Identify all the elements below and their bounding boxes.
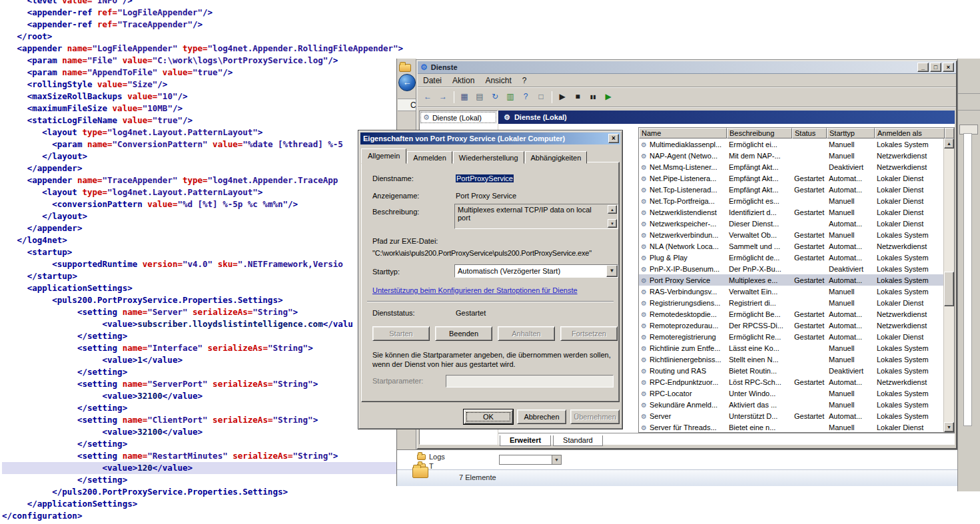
show-console-tree-icon[interactable]: ▦ bbox=[457, 90, 472, 105]
service-cell: Sammelt und ... bbox=[727, 242, 792, 250]
back-button[interactable]: ← bbox=[398, 74, 416, 91]
service-row[interactable]: ⚙RemoteregistrierungErmöglicht Re...Gest… bbox=[639, 331, 943, 342]
beschreibung-box[interactable]: Multiplexes external TCP/IP data on loca… bbox=[454, 204, 618, 229]
background-window-edge bbox=[957, 59, 980, 491]
service-cell: ⚙Server für Threads... bbox=[639, 423, 727, 431]
abbrechen-button[interactable]: Abbrechen bbox=[517, 409, 566, 424]
start-service-icon[interactable]: ▶ bbox=[555, 90, 570, 105]
help-icon[interactable]: ? bbox=[518, 90, 533, 105]
service-icon: ⚙ bbox=[641, 300, 647, 307]
service-row[interactable]: ⚙NetzwerklistendienstIdentifiziert d...G… bbox=[639, 206, 943, 218]
dienststatus-label: Dienststatus: bbox=[372, 309, 415, 317]
service-row[interactable]: ⚙NAP-Agent (Netwo...Mit dem NAP-...Manue… bbox=[639, 150, 943, 161]
service-row[interactable]: ⚙Netzwerkverbindun...Verwaltet Ob...Gest… bbox=[639, 229, 943, 240]
service-row[interactable]: ⚙Richtlinie zum Entfe...Lässt eine Ko...… bbox=[639, 342, 943, 354]
column-header-anmelden-als[interactable]: Anmelden als bbox=[875, 128, 945, 138]
service-row[interactable]: ⚙RPC-LocatorUnter Windo...ManuellLokales… bbox=[639, 388, 943, 399]
export-list-icon[interactable]: ▥ bbox=[503, 90, 518, 105]
scroll-up-icon[interactable]: ▲ bbox=[608, 205, 617, 214]
column-header-beschreibung[interactable]: Beschreibung bbox=[727, 128, 792, 138]
service-row[interactable]: ⚙PnP-X-IP-Busenum...Der PnP-X-Bu...Deakt… bbox=[639, 263, 943, 274]
column-header-status[interactable]: Status bbox=[792, 128, 827, 138]
service-cell: Gestartet bbox=[792, 242, 827, 250]
vertical-scrollbar[interactable]: ▲ ▼ bbox=[943, 138, 954, 432]
service-cell: Gestartet bbox=[792, 231, 827, 239]
view-tab-standard[interactable]: Standard bbox=[553, 435, 603, 446]
new-window-icon[interactable]: □ bbox=[534, 90, 548, 105]
folder-icon bbox=[399, 64, 411, 72]
pause-service-icon[interactable]: ▮▮ bbox=[586, 90, 600, 105]
maximize-button[interactable]: □ bbox=[930, 63, 941, 72]
menu-item-[interactable]: ? bbox=[517, 75, 532, 87]
back-icon[interactable]: ← bbox=[420, 90, 435, 105]
menu-item-datei[interactable]: Datei bbox=[418, 75, 447, 87]
file-item[interactable]: Logs bbox=[417, 453, 445, 462]
service-cell: Gestartet bbox=[792, 310, 827, 318]
service-row[interactable]: ⚙Remoteprozedurau...Der RPCSS-Di...Gesta… bbox=[639, 320, 943, 331]
startoptions-help-link[interactable]: Unterstützung beim Konfigurieren der Sta… bbox=[372, 286, 578, 294]
service-cell: Netzwerkdienst bbox=[875, 310, 943, 318]
service-cell: Automat... bbox=[827, 322, 875, 330]
ok-button[interactable]: OK bbox=[464, 409, 513, 424]
tree-item-dienste-lokal[interactable]: ⚙ Dienste (Lokal) bbox=[421, 113, 496, 123]
tab-allgemein[interactable]: Allgemein bbox=[361, 148, 406, 164]
service-row[interactable]: ⚙Net.Tcp-Portfreiga...Ermöglicht es...Ma… bbox=[639, 195, 943, 206]
restart-service-icon[interactable]: ▶ bbox=[601, 90, 616, 105]
service-name: Server bbox=[650, 412, 671, 420]
service-row[interactable]: ⚙Multimediaklassenpl...Ermöglicht ei...M… bbox=[639, 138, 943, 150]
service-name: Sekundäre Anmeld... bbox=[650, 401, 718, 409]
column-header-name[interactable]: Name bbox=[639, 128, 727, 138]
service-row[interactable]: ⚙Net.Tcp-Listenerad...Empfängt Akt...Ges… bbox=[639, 184, 943, 195]
close-button[interactable]: × bbox=[943, 63, 954, 72]
service-row[interactable]: ⚙NLA (Network Loca...Sammelt und ...Gest… bbox=[639, 240, 943, 252]
tab-wiederherstellung[interactable]: Wiederherstellung bbox=[453, 151, 524, 164]
stop-service-icon[interactable]: ■ bbox=[570, 90, 585, 105]
view-tab-erweitert[interactable]: Erweitert bbox=[500, 435, 551, 446]
refresh-icon[interactable]: ↻ bbox=[488, 90, 502, 105]
menu-item-ansicht[interactable]: Ansicht bbox=[480, 75, 516, 87]
service-cell: Lokaler Dienst bbox=[875, 197, 943, 205]
tab-abhngigkeiten[interactable]: Abhängigkeiten bbox=[525, 151, 588, 164]
scrollbar-thumb[interactable] bbox=[944, 272, 954, 306]
service-cell: Lässt eine Ko... bbox=[727, 344, 792, 352]
scroll-up-icon[interactable]: ▲ bbox=[944, 138, 954, 148]
service-cell: Lokaler Dienst bbox=[875, 186, 943, 194]
service-row[interactable]: ⚙Richtlinienergebniss...Stellt einen N..… bbox=[639, 354, 943, 365]
close-icon[interactable]: × bbox=[608, 134, 619, 143]
minimize-button[interactable]: _ bbox=[917, 63, 929, 72]
scroll-down-icon[interactable]: ▼ bbox=[608, 219, 617, 228]
scroll-down-icon[interactable]: ▼ bbox=[944, 422, 954, 432]
service-cell: Unter Windo... bbox=[727, 390, 792, 397]
starttyp-select[interactable]: Automatisch (Verzögerter Start) ▼ bbox=[454, 264, 618, 278]
service-row[interactable]: ⚙Port Proxy ServiceMultiplexes e...Gesta… bbox=[639, 274, 943, 286]
service-row[interactable]: ⚙Remotedesktopdie...Ermöglicht Be...Gest… bbox=[639, 308, 943, 320]
service-row[interactable]: ⚙Sekundäre Anmeld...Aktiviert das ...Man… bbox=[639, 399, 943, 410]
startparameter-input[interactable] bbox=[446, 375, 614, 388]
dialog-title-bar[interactable]: Eigenschaften von Port Proxy Service (Lo… bbox=[360, 132, 620, 144]
service-row[interactable]: ⚙Plug & PlayErmöglicht de...GestartetAut… bbox=[639, 252, 943, 263]
service-cell: Automat... bbox=[827, 254, 875, 262]
service-cell: ⚙Net.Tcp-Portfreiga... bbox=[639, 197, 727, 205]
service-row[interactable]: ⚙RPC-Endpunktzuor...Löst RPC-Sch...Gesta… bbox=[639, 376, 943, 388]
services-icon: ⚙ bbox=[423, 113, 430, 122]
service-row[interactable]: ⚙Net.Pipe-Listenera...Empfängt Akt...Ges… bbox=[639, 172, 943, 184]
service-row[interactable]: ⚙Netzwerkspeicher-...Dieser Dienst...Aut… bbox=[639, 218, 943, 229]
explorer-dropdown[interactable]: ▼ bbox=[499, 455, 562, 465]
beenden-button[interactable]: Beenden bbox=[435, 326, 492, 341]
properties-icon[interactable]: ▤ bbox=[472, 90, 487, 105]
menu-item-aktion[interactable]: Aktion bbox=[447, 75, 480, 87]
service-row[interactable]: ⚙Registrierungsdiens...Registriert di...… bbox=[639, 297, 943, 308]
service-icon: ⚙ bbox=[641, 164, 647, 171]
service-row[interactable]: ⚙ServerUnterstützt D...GestartetAutomat.… bbox=[639, 410, 943, 421]
tab-anmelden[interactable]: Anmelden bbox=[407, 151, 452, 164]
service-icon: ⚙ bbox=[641, 345, 647, 352]
chevron-down-icon[interactable]: ▼ bbox=[606, 265, 618, 277]
title-bar[interactable]: ⚙ Dienste _□× bbox=[418, 61, 956, 74]
column-header-starttyp[interactable]: Starttyp bbox=[827, 128, 875, 138]
chevron-down-icon[interactable]: ▼ bbox=[552, 455, 561, 464]
service-row[interactable]: ⚙Net.Msmq-Listener...Empfängt Akt...Deak… bbox=[639, 161, 943, 172]
service-row[interactable]: ⚙Routing und RASBietet Routin...Deaktivi… bbox=[639, 365, 943, 376]
service-row[interactable]: ⚙Server für Threads...Bietet eine n...Ma… bbox=[639, 421, 943, 432]
service-row[interactable]: ⚙RAS-Verbindungsv...Verwaltet Ein...Manu… bbox=[639, 286, 943, 297]
forward-icon[interactable]: → bbox=[436, 90, 450, 105]
